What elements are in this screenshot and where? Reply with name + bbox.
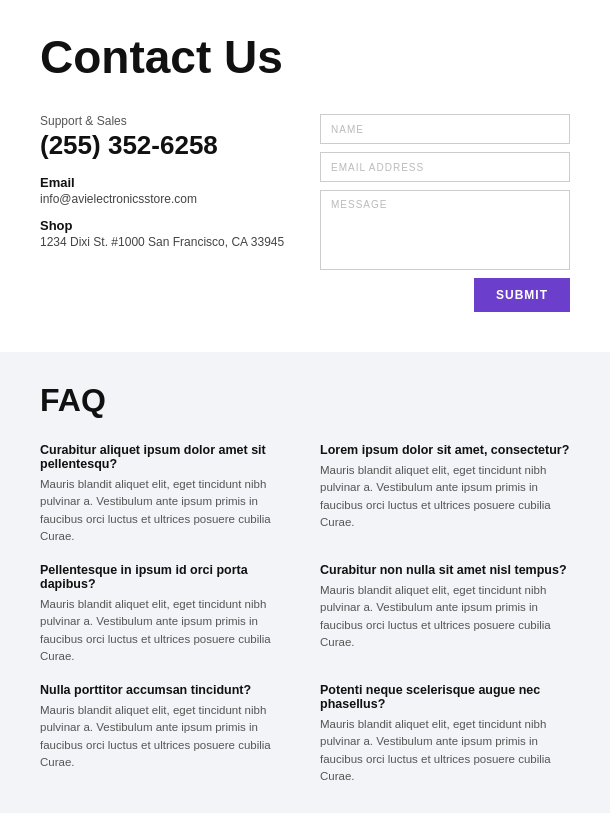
faq-title: FAQ	[40, 382, 570, 419]
faq-question: Nulla porttitor accumsan tincidunt?	[40, 683, 290, 697]
name-input[interactable]	[320, 114, 570, 144]
phone-number: (255) 352-6258	[40, 130, 290, 161]
faq-section: FAQ Curabitur aliquet ipsum dolor amet s…	[0, 352, 610, 813]
faq-answer: Mauris blandit aliquet elit, eget tincid…	[320, 582, 570, 651]
contact-section: Contact Us Support & Sales (255) 352-625…	[0, 0, 610, 352]
faq-question: Curabitur non nulla sit amet nisl tempus…	[320, 563, 570, 577]
faq-answer: Mauris blandit aliquet elit, eget tincid…	[40, 596, 290, 665]
message-input[interactable]	[320, 190, 570, 270]
faq-item: Potenti neque scelerisque augue nec phas…	[320, 683, 570, 785]
faq-item: Lorem ipsum dolor sit amet, consectetur?…	[320, 443, 570, 545]
contact-form: SUBMIT	[320, 114, 570, 312]
faq-answer: Mauris blandit aliquet elit, eget tincid…	[320, 716, 570, 785]
contact-info: Support & Sales (255) 352-6258 Email inf…	[40, 114, 290, 312]
faq-item: Curabitur aliquet ipsum dolor amet sit p…	[40, 443, 290, 545]
faq-item: Pellentesque in ipsum id orci porta dapi…	[40, 563, 290, 665]
shop-label: Shop	[40, 218, 290, 233]
faq-question: Lorem ipsum dolor sit amet, consectetur?	[320, 443, 570, 457]
page-title: Contact Us	[40, 30, 570, 84]
faq-item: Curabitur non nulla sit amet nisl tempus…	[320, 563, 570, 665]
submit-row: SUBMIT	[320, 278, 570, 312]
faq-answer: Mauris blandit aliquet elit, eget tincid…	[40, 702, 290, 771]
email-input[interactable]	[320, 152, 570, 182]
faq-question: Curabitur aliquet ipsum dolor amet sit p…	[40, 443, 290, 471]
faq-answer: Mauris blandit aliquet elit, eget tincid…	[40, 476, 290, 545]
submit-button[interactable]: SUBMIT	[474, 278, 570, 312]
support-label: Support & Sales	[40, 114, 290, 128]
faq-item: Nulla porttitor accumsan tincidunt? Maur…	[40, 683, 290, 785]
email-value: info@avielectronicsstore.com	[40, 192, 290, 206]
faq-question: Pellentesque in ipsum id orci porta dapi…	[40, 563, 290, 591]
faq-answer: Mauris blandit aliquet elit, eget tincid…	[320, 462, 570, 531]
faq-grid: Curabitur aliquet ipsum dolor amet sit p…	[40, 443, 570, 785]
shop-address: 1234 Dixi St. #1000 San Francisco, CA 33…	[40, 235, 290, 249]
faq-question: Potenti neque scelerisque augue nec phas…	[320, 683, 570, 711]
email-label: Email	[40, 175, 290, 190]
contact-body: Support & Sales (255) 352-6258 Email inf…	[40, 114, 570, 312]
